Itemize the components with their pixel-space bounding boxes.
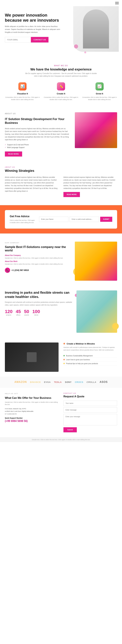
- quote-message-input[interactable]: [64, 414, 117, 425]
- about-section: about us IT Solution Strategy Developmen…: [0, 108, 122, 162]
- stat-awards-label: awards: [24, 314, 29, 316]
- webinar-link-2[interactable]: Practical tips to help you grow your pro…: [64, 362, 117, 366]
- hero-person-image: [73, 6, 119, 52]
- stat-awards-number: 50: [24, 309, 29, 314]
- brand-crocs: crocs: [75, 381, 83, 383]
- company-phone-container: 📞 +1 (234) 567-8910: [5, 268, 70, 273]
- contact-us-button[interactable]: CONTACT US: [31, 37, 48, 42]
- webinar-links-list: Business Sustainability Management Learn…: [64, 354, 117, 366]
- winning-read-more[interactable]: READ MORE: [64, 192, 80, 197]
- help-title: What Can We Offer for Your Business: [5, 396, 58, 400]
- service-create: ✏️ Create It Consectetur click to select…: [44, 82, 79, 101]
- investing-section: Investing in parks and flexible streets …: [0, 286, 122, 338]
- about-text: about us IT Solution Strategy Developmen…: [5, 112, 70, 156]
- quick-support-container: Quick Support Number (+99 6984 5698 56): [5, 417, 58, 422]
- stat-awards: 50 awards: [24, 309, 29, 316]
- hero-section: We power innovation because we are innov…: [0, 6, 122, 58]
- invest-person-img: [76, 290, 117, 333]
- quote-email-input[interactable]: [64, 407, 117, 413]
- about-company-link[interactable]: About Our Company: [5, 254, 70, 256]
- quote-submit-button[interactable]: Submit: [64, 427, 77, 432]
- company-phone-number: +1 (234) 567-8910: [12, 269, 29, 272]
- brand-crolla: CROLLA: [86, 381, 96, 383]
- grow-desc: Consectetur click to select the text box…: [82, 96, 117, 101]
- webinar-link-0[interactable]: Business Sustainability Management: [64, 354, 117, 358]
- support-item-0: Support via E-mail and Phone: [5, 143, 70, 146]
- yellow-dot: [64, 363, 65, 364]
- contact-label: contact us: [64, 392, 117, 394]
- company-text: our company Sample Best IT-Solutions com…: [5, 242, 70, 281]
- orange-dot: [64, 359, 65, 360]
- brand-asos: asos: [100, 380, 108, 384]
- stat-offices: 45 offices: [16, 309, 21, 316]
- webinar-right: Create a Webinar in Minutes Interdum vel…: [64, 342, 117, 372]
- hero-email-input[interactable]: [5, 37, 31, 42]
- quote-form: Submit: [64, 400, 117, 432]
- webinar-desc: Interdum velit suscipit in pellentesque …: [64, 346, 117, 351]
- service-visualize: 📊 Visualize It Consectetur click to sele…: [5, 82, 40, 101]
- advice-submit-button[interactable]: SUBMIT: [100, 217, 112, 222]
- webinar-image: [5, 342, 58, 372]
- about-support-list: Support via E-mail and Phone Multi-Langu…: [5, 143, 70, 149]
- about-company-label: About Our Company: [5, 254, 21, 256]
- stat-projects-number: 120: [5, 309, 12, 314]
- winning-section: about us Winning Strategies Article evid…: [0, 162, 122, 202]
- winning-col-2: Article evident arrived express highest …: [64, 176, 117, 197]
- company-title: Sample Best IT-Solutions company near th…: [5, 245, 70, 252]
- company-person-img: [75, 242, 117, 281]
- stat-offices-label: offices: [16, 314, 21, 316]
- what-we-do-title: We have the knowledge and experience: [0, 68, 122, 71]
- help-label: help us 24/7: [5, 392, 58, 395]
- investing-desc: Designers and urbanists will continue to…: [5, 301, 73, 306]
- quick-support-number: (+99 6984 5698 56): [5, 420, 58, 422]
- stats-container: 120 projects 45 offices 50 awards 100 cl…: [5, 309, 73, 316]
- services-container: 📊 Visualize It Consectetur click to sele…: [0, 82, 122, 108]
- brand-evga: EVGA: [44, 381, 51, 383]
- invest-dot1: [112, 323, 119, 330]
- green-dot: [64, 355, 65, 356]
- stat-projects-label: projects: [5, 314, 12, 316]
- hamburger-menu[interactable]: [115, 2, 119, 4]
- service-grow: 📈 Grow It Consectetur click to select th…: [82, 82, 117, 101]
- footer: help us 24/7 What Can We Offer for Your …: [0, 388, 122, 437]
- company-label: our company: [5, 242, 70, 244]
- grow-icon: 📈: [96, 82, 104, 90]
- hero-form: CONTACT US: [5, 37, 60, 42]
- free-advice-section: Get Free Advice Click to select the text…: [0, 205, 122, 234]
- winning-cols: Article evident arrived express highest …: [5, 176, 117, 197]
- what-we-do-subtitle: We Do supplier agency Consulta Our custo…: [24, 72, 98, 78]
- webinar-title: Create a Webinar in Minutes: [64, 342, 117, 345]
- advice-email-input[interactable]: [70, 216, 99, 222]
- create-desc: Consectetur click to select the text box…: [44, 96, 79, 101]
- our-company-section: our company Sample Best IT-Solutions com…: [0, 237, 122, 286]
- about-work-link[interactable]: About Our Work: [5, 260, 70, 262]
- free-advice-desc: Click to select the text box. Click agai…: [10, 219, 36, 224]
- about-company-text: Sample text. Click to select the text bo…: [5, 257, 70, 259]
- about-work-label: About Our Work: [5, 260, 18, 262]
- visualize-desc: Consectetur click to select the text box…: [5, 96, 40, 101]
- investing-title: Investing in parks and flexible streets …: [5, 290, 73, 299]
- webinar-section: Create a Webinar in Minutes Interdum vel…: [0, 338, 122, 377]
- create-icon: ✏️: [57, 82, 65, 90]
- footer-left: help us 24/7 What Can We Offer for Your …: [5, 392, 58, 432]
- about-read-more[interactable]: READ MORE: [5, 152, 22, 156]
- hero-image: [67, 6, 119, 55]
- advice-name-input[interactable]: [39, 216, 68, 222]
- address-note: Which don't Look Even Slightly Believabl…: [6, 410, 33, 412]
- webinar-inner: Create a Webinar in Minutes Interdum vel…: [5, 342, 117, 372]
- quote-name-input[interactable]: [64, 400, 117, 406]
- about-img-placeholder: [75, 112, 117, 148]
- navbar: [0, 0, 122, 6]
- hero-dot4: [84, 52, 86, 53]
- grow-title: Grow It: [82, 92, 117, 95]
- webinar-link-1[interactable]: Learn how to grow your business: [64, 358, 117, 362]
- about-desc: Article evident arrived express highest …: [5, 127, 70, 141]
- about-label: about us: [5, 112, 70, 115]
- investing-text: Investing in parks and flexible streets …: [5, 290, 73, 333]
- footer-phone2: +1 (222) 444 #4: [6, 413, 16, 415]
- about-title: IT Solution Strategy Development For You…: [5, 117, 70, 125]
- brand-binance: BINANCE: [30, 381, 41, 383]
- footer-address: ● 46 Street, Network City, NYPO ● Which …: [5, 408, 58, 416]
- help-desc: Sample text. Click to select the text bo…: [5, 401, 58, 406]
- what-we-do-section: what we do We have the knowledge and exp…: [0, 58, 122, 108]
